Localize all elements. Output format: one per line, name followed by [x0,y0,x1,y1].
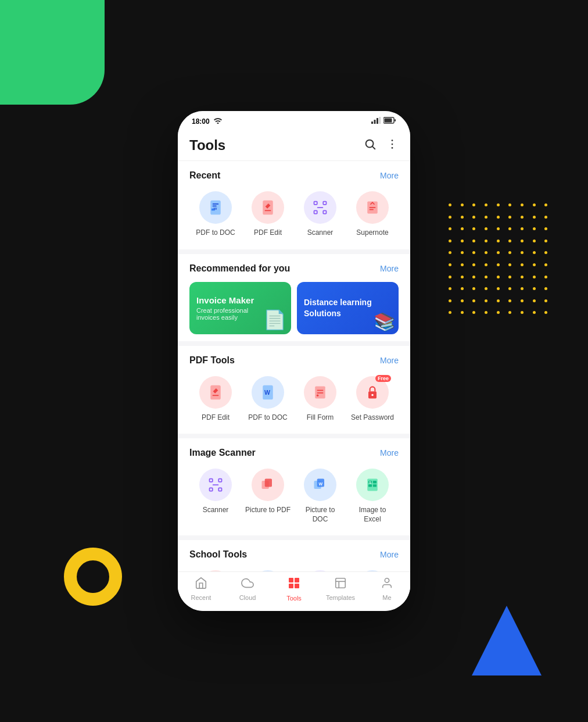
search-icon[interactable] [364,138,377,153]
nav-me-icon [381,577,393,592]
pdf-tools-fill-form[interactable]: Fill Form [294,374,346,430]
nav-tools-icon [287,576,301,593]
pdf-tools-grid: PDF Edit W PDF to DOC Fill Form [189,374,399,430]
recent-label-pdf-to-doc: PDF to DOC [196,228,235,238]
pdf-tools-set-password[interactable]: Free Set Password [346,374,399,430]
divider-3 [178,434,410,438]
app-header: Tools [178,129,410,161]
divider-1 [178,249,410,254]
nav-templates[interactable]: Templates [317,577,364,601]
signal-icon [371,117,381,126]
nav-tools-label: Tools [286,595,302,602]
image-scanner-pic-to-pdf[interactable]: Picture to PDF [242,466,294,531]
recent-title: Recent [189,170,220,181]
app-content: Tools Recent More [178,129,410,603]
recent-label-supernote: Supernote [356,228,388,238]
divider-4 [178,535,410,540]
nav-me[interactable]: Me [364,577,410,601]
image-scanner-header: Image Scanner More [189,448,399,458]
nav-recent-icon [195,577,207,592]
image-scanner-grid: Scanner Picture to PDF W Picture toDOC [189,466,399,531]
image-scanner-pic-to-doc[interactable]: W Picture toDOC [294,466,346,531]
svg-point-33 [317,394,319,396]
header-actions [364,138,399,153]
bottom-nav: Recent Cloud Tools Templates Me [178,571,410,611]
recommended-title: Recommended for you [189,263,290,274]
free-badge: Free [375,375,391,382]
svg-text:S: S [369,480,371,484]
svg-rect-20 [314,210,317,213]
bg-decoration-dots: document.addEventListener('DOMContentLoa… [449,203,553,320]
recommended-header: Recommended for you More [189,263,399,274]
svg-point-10 [392,143,393,145]
banner-invoice-maker[interactable]: Invoice Maker Creat professionalinvoices… [189,282,291,334]
svg-text:W: W [264,388,270,395]
svg-rect-40 [213,484,219,485]
svg-rect-21 [323,210,326,213]
more-menu-icon[interactable] [386,138,399,153]
svg-rect-18 [314,202,317,205]
image-scanner-more[interactable]: More [380,448,399,457]
recommended-more[interactable]: More [380,264,399,273]
image-scanner-label-pic-to-doc: Picture toDOC [306,506,335,524]
image-scanner-label-img-to-excel: Image toExcel [359,506,386,524]
image-scanner-scanner[interactable]: Scanner [189,466,242,531]
recent-item-pdf-to-doc[interactable]: W PDF to DOC [189,189,242,245]
nav-cloud[interactable]: Cloud [224,577,271,601]
svg-rect-61 [289,578,293,582]
recent-section: Recent More W PDF to DOC PDF Edit [178,161,410,249]
banner-distance-learning[interactable]: Distance learningSolutions 📚 [297,282,399,334]
recent-label-pdf-edit: PDF Edit [254,228,282,238]
banner-title-text: Invoice Maker [196,295,284,305]
status-bar: 18:00 [178,111,410,129]
nav-cloud-label: Cloud [239,594,256,601]
nav-me-label: Me [382,594,391,601]
svg-point-35 [371,394,374,396]
battery-icon [383,117,396,126]
svg-rect-1 [374,120,376,124]
svg-point-11 [392,147,393,149]
pdf-tools-more[interactable]: More [380,356,399,365]
recent-item-scanner[interactable]: Scanner [294,189,346,245]
svg-rect-6 [395,119,396,121]
wifi-icon [213,117,223,126]
svg-rect-5 [385,119,392,123]
svg-rect-13 [213,203,219,205]
pdf-tools-pdf-to-doc[interactable]: W PDF to DOC [242,374,294,430]
pdf-tools-title: PDF Tools [189,355,235,366]
svg-rect-19 [323,202,326,205]
image-scanner-img-to-excel[interactable]: S Image toExcel [346,466,399,531]
svg-point-68 [385,578,389,582]
recent-more[interactable]: More [380,171,399,180]
nav-cloud-icon [241,577,254,592]
banner-invoice-illustration: 📄 [263,309,286,331]
svg-rect-50 [373,484,377,487]
nav-recent[interactable]: Recent [178,577,224,601]
svg-rect-0 [371,121,373,124]
pdf-tools-label-pdf-to-doc: PDF to DOC [248,413,287,423]
recent-item-pdf-edit[interactable]: PDF Edit [242,189,294,245]
nav-templates-label: Templates [326,594,355,601]
recommended-section: Recommended for you More Invoice Maker C… [178,254,410,341]
status-time: 18:00 [192,117,210,126]
nav-templates-icon [334,577,347,592]
recent-header: Recent More [189,170,399,181]
svg-rect-38 [210,488,213,491]
school-tools-title: School Tools [189,549,247,560]
svg-point-9 [392,140,393,141]
svg-text:W: W [318,482,322,486]
recent-item-supernote[interactable]: Supernote [346,189,399,245]
svg-text:W: W [214,206,217,210]
banners-container: Invoice Maker Creat professionalinvoices… [189,282,399,334]
svg-rect-39 [218,488,221,491]
pdf-tools-pdf-edit[interactable]: PDF Edit [189,374,242,430]
pdf-tools-label-fill-form: Fill Form [307,413,334,423]
bg-decoration-triangle [472,606,542,675]
pdf-tools-label-set-password: Set Password [351,413,394,423]
school-tools-header: School Tools More [189,549,399,560]
image-scanner-label-scanner: Scanner [203,506,229,515]
nav-tools[interactable]: Tools [271,576,317,602]
nav-recent-label: Recent [191,594,211,601]
school-tools-more[interactable]: More [380,550,399,559]
image-scanner-title: Image Scanner [189,448,256,458]
